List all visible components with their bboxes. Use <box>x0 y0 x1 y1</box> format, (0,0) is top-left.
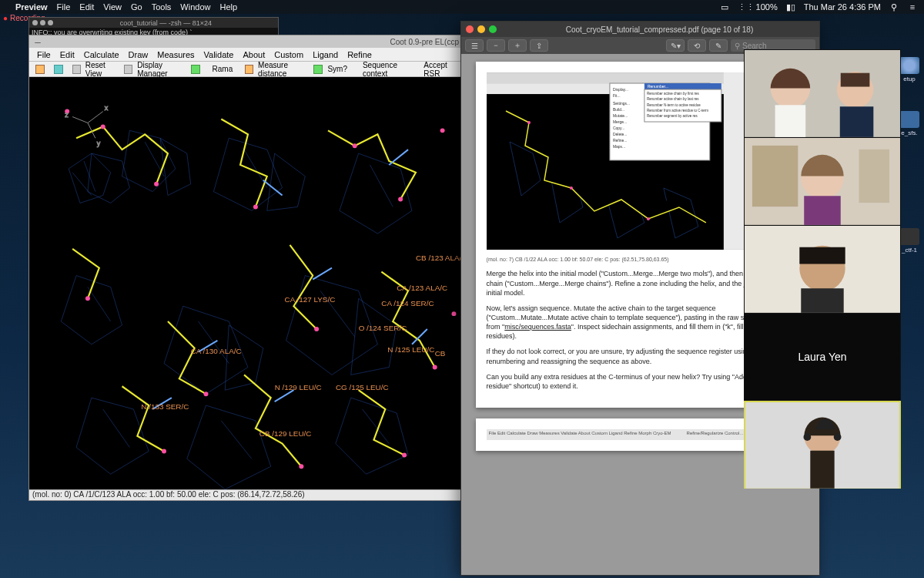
desktop-file-2[interactable]: e_sfs. <box>899 111 919 136</box>
coot-menu-ligand[interactable]: Ligand <box>310 49 341 60</box>
svg-text:CA /123 ALA/C: CA /123 ALA/C <box>397 284 447 292</box>
desktop-file-1[interactable]: etup <box>899 57 919 82</box>
svg-point-8 <box>402 452 407 457</box>
pdf-title: Coot_cryoEM_tutorial_compressed.pdf (pag… <box>566 25 753 34</box>
share-button[interactable]: ⇪ <box>530 39 548 52</box>
video-tile-5-active[interactable] <box>744 401 901 489</box>
window-traffic-lights[interactable] <box>466 25 497 33</box>
svg-rect-58 <box>745 50 900 137</box>
airplay-icon[interactable]: ▭ <box>719 2 730 12</box>
svg-point-55 <box>527 121 531 124</box>
video-tile-4[interactable]: Laura Yen <box>744 313 901 401</box>
svg-text:CA /127 LYS/C: CA /127 LYS/C <box>285 295 336 304</box>
sym-button[interactable]: Sym? <box>310 62 353 76</box>
rotate-button[interactable]: ⟲ <box>688 39 706 52</box>
save-icon[interactable] <box>51 63 66 76</box>
svg-rect-63 <box>840 106 874 137</box>
menu-view[interactable]: View <box>103 2 122 12</box>
svg-point-57 <box>646 217 649 220</box>
zoom-in-button[interactable]: ＋ <box>508 39 527 52</box>
search-placeholder: Search <box>742 42 767 50</box>
svg-text:CB: CB <box>435 349 446 358</box>
desktop-file-3[interactable]: _ctf-1 <box>899 228 919 254</box>
menu-go[interactable]: Go <box>131 2 142 12</box>
svg-text:Delete...: Delete... <box>613 132 628 136</box>
menu-window[interactable]: Window <box>180 2 210 12</box>
rama-button[interactable]: Rama <box>206 62 239 76</box>
highlight-button[interactable]: ✎▾ <box>666 39 685 52</box>
open-icon[interactable] <box>32 63 48 76</box>
svg-point-9 <box>85 296 90 301</box>
svg-point-10 <box>101 124 105 129</box>
zoom-out-button[interactable]: － <box>487 39 505 52</box>
menu-edit[interactable]: Edit <box>79 2 94 12</box>
coot-3d-viewport[interactable]: xyz CB /123 ALA/CCA /123 ALA/CCA /127 LY… <box>29 77 464 489</box>
notification-center-icon[interactable]: ≡ <box>907 2 918 12</box>
svg-text:N /129 LEU/C: N /129 LEU/C <box>275 383 322 391</box>
menu-help[interactable]: Help <box>219 2 237 12</box>
minimize-icon <box>477 25 485 33</box>
svg-text:y: y <box>97 139 101 147</box>
svg-text:N /125 LEU/C: N /125 LEU/C <box>387 345 434 354</box>
battery-percent: 100% <box>756 2 778 12</box>
coot-menu-validate[interactable]: Validate <box>201 49 237 60</box>
svg-point-5 <box>204 391 209 396</box>
svg-rect-66 <box>859 150 890 203</box>
svg-text:Build...: Build... <box>613 107 624 112</box>
svg-line-15 <box>88 112 103 123</box>
battery-icon: ▮▯ <box>785 2 796 12</box>
markup-button[interactable]: ✎ <box>709 39 728 52</box>
close-icon <box>466 25 474 33</box>
svg-point-0 <box>154 182 159 187</box>
clock: Thu Mar 26 4:36 PM <box>804 2 881 12</box>
wifi-icon[interactable]: ⋮⋮ <box>738 2 748 12</box>
coot-titlebar[interactable]: ⸺ Coot 0.9-pre EL(ccp <box>29 35 464 48</box>
video-call-sidebar: Laura Yen <box>744 49 901 489</box>
video-tile-1[interactable] <box>744 49 901 137</box>
svg-rect-68 <box>804 196 841 225</box>
menu-tools[interactable]: Tools <box>152 2 172 12</box>
sidebar-toggle-button[interactable]: ☰ <box>465 39 484 52</box>
tool-icon[interactable] <box>188 63 203 76</box>
svg-text:z: z <box>65 111 69 119</box>
svg-rect-62 <box>841 73 870 87</box>
svg-text:Settings...: Settings... <box>613 101 630 106</box>
svg-text:Renumber N-term to active resi: Renumber N-term to active residue <box>646 103 700 107</box>
svg-text:CA /124 SER/C: CA /124 SER/C <box>381 299 434 307</box>
svg-text:CB /129 LEU/C: CB /129 LEU/C <box>259 429 312 438</box>
video-tile-3[interactable] <box>744 225 901 313</box>
app-name[interactable]: Preview <box>15 2 48 12</box>
spotlight-icon[interactable]: ⚲ <box>889 2 899 12</box>
macos-menubar: Preview File Edit View Go Tools Window H… <box>0 0 924 14</box>
svg-point-56 <box>570 187 573 190</box>
svg-text:Renumber active chain by last : Renumber active chain by last res <box>646 97 698 101</box>
svg-point-14 <box>452 311 457 316</box>
svg-text:Mutate...: Mutate... <box>613 113 628 118</box>
video-tile-2[interactable] <box>744 137 901 225</box>
pdf-titlebar[interactable]: Coot_cryoEM_tutorial_compressed.pdf (pag… <box>461 22 819 37</box>
svg-point-2 <box>398 197 403 202</box>
svg-text:N /133 SER/C: N /133 SER/C <box>141 402 189 411</box>
svg-point-4 <box>433 365 437 370</box>
terminal-title: coot_tutorial — -zsh — 81×24 <box>120 19 212 27</box>
zoom-icon <box>489 25 497 33</box>
svg-text:Merge...: Merge... <box>613 119 627 124</box>
svg-text:Fit...: Fit... <box>613 93 621 98</box>
coot-window[interactable]: ⸺ Coot 0.9-pre EL(ccp File Edit Calculat… <box>28 35 464 501</box>
svg-point-13 <box>440 128 445 133</box>
menu-file[interactable]: File <box>57 2 71 12</box>
terminal-titlebar[interactable]: coot_tutorial — -zsh — 81×24 <box>29 18 278 28</box>
svg-rect-71 <box>799 247 845 264</box>
coot-menu-file[interactable]: File <box>34 49 54 60</box>
svg-text:Renumber...: Renumber... <box>647 84 668 89</box>
coot-title: Coot 0.9-pre EL(ccp <box>390 38 460 46</box>
svg-rect-65 <box>752 146 798 207</box>
svg-rect-72 <box>801 288 843 313</box>
svg-point-7 <box>299 464 303 469</box>
svg-text:CG /125 LEU/C: CG /125 LEU/C <box>336 383 389 391</box>
svg-text:Renumber segment by active res: Renumber segment by active res <box>646 114 698 118</box>
svg-point-6 <box>162 449 166 453</box>
coot-status-bar: (mol. no: 0) CA /1/C/123 ALA occ: 1.00 b… <box>29 489 464 500</box>
svg-text:Refine...: Refine... <box>613 138 628 143</box>
svg-text:Renumber active chain by first: Renumber active chain by first res <box>646 92 699 96</box>
